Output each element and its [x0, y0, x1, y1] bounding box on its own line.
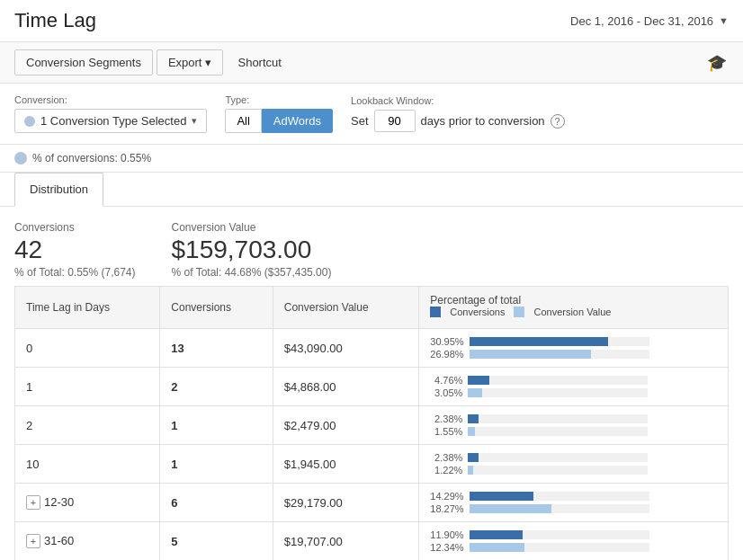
bar-convvalue-track — [470, 543, 649, 552]
bar-convvalue-fill — [468, 388, 481, 397]
th-percentage-label: Percentage of total — [430, 294, 717, 307]
bar-convvalue-track — [468, 466, 648, 475]
td-conv-value: $1,945.00 — [273, 445, 419, 484]
bar-convvalue-fill — [470, 350, 591, 359]
bar-convvalue-fill — [470, 543, 525, 552]
conversion-segments-button[interactable]: Conversion Segments — [14, 49, 153, 76]
tab-distribution[interactable]: Distribution — [14, 173, 103, 207]
bar-convvalue-track — [470, 350, 649, 359]
table-row: 101$1,945.002.38%1.22% — [15, 445, 729, 484]
export-label: Export — [168, 56, 202, 69]
conversion-control: Conversion: 1 Conversion Type Selected ▾ — [14, 94, 207, 133]
expand-icon[interactable]: + — [26, 534, 40, 548]
td-bar: 14.29%18.27% — [419, 484, 729, 522]
lookback-days-input[interactable] — [374, 110, 416, 132]
type-all-button[interactable]: All — [225, 109, 261, 133]
conversion-dot-icon — [24, 116, 35, 127]
bar-conversions-pct: 30.95% — [430, 336, 463, 347]
bar-conversions-track — [468, 376, 648, 385]
lookback-suffix-text: days prior to conversion — [421, 114, 545, 128]
bar-convvalue-track — [470, 504, 649, 513]
summary-section: Conversions 42 % of Total: 0.55% (7,674)… — [0, 207, 743, 286]
bar-convvalue-fill — [468, 427, 475, 436]
help-icon[interactable]: ? — [551, 114, 565, 129]
page-title: Time Lag — [14, 9, 96, 32]
td-conv-value: $29,179.00 — [273, 484, 419, 522]
table-row: 21$2,479.002.38%1.55% — [15, 406, 729, 445]
conversion-type-value: 1 Conversion Type Selected — [40, 114, 186, 128]
bar-convvalue-fill — [470, 504, 551, 513]
lookback-control: Lookback Window: Set days prior to conve… — [351, 95, 565, 132]
bar-convvalue-item: 12.34% — [430, 542, 717, 553]
bar-conversions-fill — [468, 376, 489, 385]
bar-conversions-item: 14.29% — [430, 491, 717, 502]
type-label: Type: — [225, 94, 333, 105]
shortcut-button[interactable]: Shortcut — [227, 50, 291, 75]
bar-convvalue-pct: 1.55% — [430, 426, 462, 437]
td-time-lag: +12-30 — [15, 484, 160, 522]
date-range-text: Dec 1, 2016 - Dec 31, 2016 — [570, 14, 713, 28]
bar-conversions-track — [468, 414, 648, 423]
chevron-down-icon: ▾ — [205, 56, 211, 69]
legend-conv-value-label: Conversion Value — [533, 307, 611, 317]
bar-conversions-pct: 2.38% — [430, 452, 462, 463]
td-conversions: 5 — [160, 522, 273, 561]
bar-legend: Conversions Conversion Value — [430, 307, 717, 317]
bar-conversions-item: 30.95% — [430, 336, 717, 347]
bar-conversions-fill — [470, 337, 609, 346]
table-body: 013$43,090.0030.95%26.98%12$4,868.004.76… — [15, 329, 729, 561]
lookback-row: Set days prior to conversion ? — [351, 110, 565, 132]
td-conv-value: $19,707.00 — [273, 522, 419, 561]
td-bar: 30.95%26.98% — [419, 329, 729, 368]
table-container: Time Lag in Days Conversions Conversion … — [0, 286, 743, 560]
graduation-icon[interactable]: 🎓 — [705, 51, 729, 75]
bar-conversions-track — [470, 492, 649, 501]
conversion-label: Conversion: — [14, 94, 207, 105]
bar-conversions-fill — [468, 414, 479, 423]
th-percentage: Percentage of total Conversions Conversi… — [419, 287, 729, 329]
conversion-type-dropdown[interactable]: 1 Conversion Type Selected ▾ — [14, 109, 207, 133]
td-conversions: 6 — [160, 484, 273, 522]
legend-conversions-swatch — [430, 307, 441, 317]
bar-convvalue-pct: 3.05% — [430, 387, 462, 398]
th-conversions: Conversions — [160, 287, 273, 329]
conversions-summary-sub: % of Total: 0.55% (7,674) — [14, 266, 136, 279]
legend-conversions-label: Conversions — [450, 307, 505, 317]
bar-conversions-item: 2.38% — [430, 452, 717, 463]
bar-conversions-pct: 2.38% — [430, 413, 462, 424]
bar-conversions-item: 2.38% — [430, 413, 717, 424]
bar-convvalue-pct: 12.34% — [430, 542, 463, 553]
td-time-lag: 10 — [15, 445, 160, 484]
bar-convvalue-track — [468, 388, 648, 397]
type-control: Type: All AdWords — [225, 94, 333, 133]
td-conversions: 1 — [160, 406, 273, 445]
bar-convvalue-item: 26.98% — [430, 349, 717, 360]
td-conv-value: $43,090.00 — [273, 329, 419, 368]
th-conv-value: Conversion Value — [273, 287, 419, 329]
chevron-down-icon: ▾ — [192, 115, 197, 127]
bar-convvalue-item: 18.27% — [430, 503, 717, 514]
toolbar: Conversion Segments Export ▾ Shortcut 🎓 — [0, 42, 743, 84]
td-conversions: 13 — [160, 329, 273, 368]
type-adwords-button[interactable]: AdWords — [262, 109, 333, 133]
bar-convvalue-pct: 1.22% — [430, 465, 462, 476]
bar-conversions-track — [470, 337, 649, 346]
conv-value-summary-label: Conversion Value — [172, 221, 332, 234]
conv-value-summary-value: $159,703.00 — [172, 236, 332, 264]
td-time-lag: 0 — [15, 329, 160, 368]
export-button[interactable]: Export ▾ — [157, 49, 224, 76]
lookback-set-text: Set — [351, 114, 369, 128]
td-time-lag: 2 — [15, 406, 160, 445]
td-conv-value: $4,868.00 — [273, 368, 419, 406]
td-bar: 11.90%12.34% — [419, 522, 729, 561]
table-row: +12-306$29,179.0014.29%18.27% — [15, 484, 729, 522]
expand-icon[interactable]: + — [26, 495, 40, 510]
bar-conversions-pct: 14.29% — [430, 491, 463, 502]
bar-conversions-fill — [468, 453, 479, 462]
table-header-row: Time Lag in Days Conversions Conversion … — [15, 287, 729, 329]
td-conv-value: $2,479.00 — [273, 406, 419, 445]
td-bar: 4.76%3.05% — [419, 368, 729, 406]
date-range-selector[interactable]: Dec 1, 2016 - Dec 31, 2016 ▼ — [570, 14, 729, 28]
td-conversions: 2 — [160, 368, 273, 406]
bar-conversions-fill — [470, 530, 524, 539]
